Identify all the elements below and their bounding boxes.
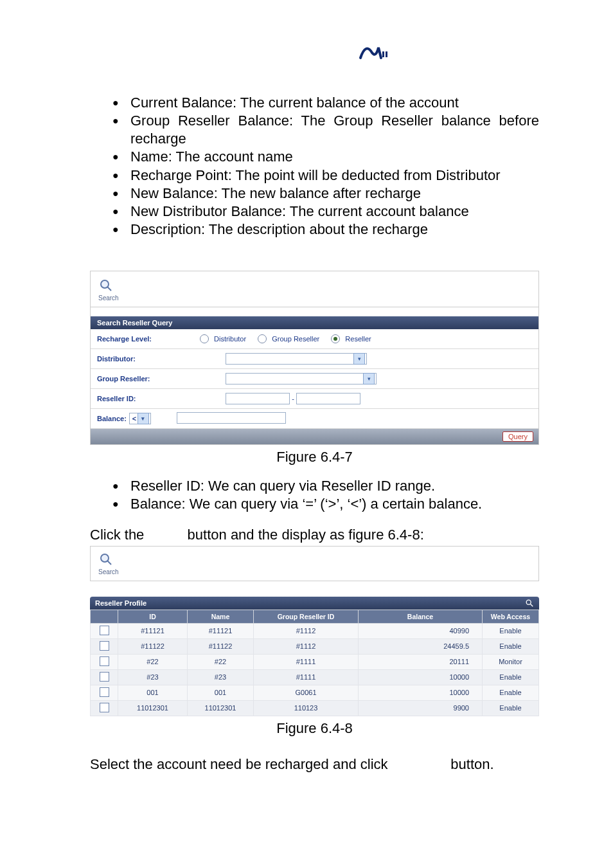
cell-id: #23 (118, 669, 188, 685)
list-item: Balance: We can query via ‘=’ (‘>’, ‘<’)… (112, 495, 539, 513)
group-reseller-label: Group Reseller: (97, 375, 200, 383)
cell-group-reseller-id: G0061 (254, 685, 359, 700)
table-row: #11121#11121#111240990Enable (91, 623, 539, 638)
radio-distributor[interactable] (200, 334, 209, 343)
list-item: Group Reseller Balance: The Group Resell… (112, 112, 539, 148)
final-line-post: button. (450, 756, 493, 772)
cell-name: 11012301 (188, 700, 254, 716)
svg-line-5 (107, 561, 111, 565)
balance-op-value: < (132, 415, 136, 422)
list-item: New Balance: The new balance after recha… (112, 185, 539, 203)
col-group-reseller-id: Group Reseller ID (254, 610, 359, 623)
magnify-icon[interactable] (525, 599, 534, 608)
cell-balance: 10000 (359, 685, 483, 700)
page-logo (206, 39, 539, 68)
radio-group-reseller-label: Group Reseller (272, 335, 319, 343)
search-icon[interactable] (98, 278, 114, 293)
row-checkbox[interactable] (100, 626, 109, 635)
list-item: Name: The account name (112, 148, 539, 166)
table-row: #23#23#111110000Enable (91, 669, 539, 685)
search-icon-label: Search (98, 568, 531, 575)
cell-group-reseller-id: #1111 (254, 654, 359, 669)
list-item: Current Balance: The current balance of … (112, 94, 539, 112)
row-checkbox[interactable] (100, 641, 109, 651)
click-line-post: button and the display as figure 6.4-8: (188, 527, 424, 543)
cell-id: #11121 (118, 623, 188, 638)
reseller-profile-panel: Reseller Profile ID Name Group Reseller … (90, 597, 539, 716)
cell-name: #22 (188, 654, 254, 669)
list-item: Reseller ID: We can query via Reseller I… (112, 477, 539, 495)
list-item: Recharge Point: The point will be deduct… (112, 167, 539, 185)
balance-op-select[interactable]: < ▾ (129, 413, 151, 424)
cell-balance: 24459.5 (359, 638, 483, 654)
reseller-id-to[interactable] (296, 393, 360, 404)
profile-title: Reseller Profile (95, 599, 147, 607)
table-row: #22#22#111120111Monitor (91, 654, 539, 669)
row-checkbox[interactable] (100, 672, 109, 682)
cell-id: 11012301 (118, 700, 188, 716)
query-button[interactable]: Query (502, 431, 533, 442)
cell-balance: 10000 (359, 669, 483, 685)
radio-distributor-label: Distributor (214, 335, 246, 343)
cell-name: #11121 (188, 623, 254, 638)
table-row: 001001G006110000Enable (91, 685, 539, 700)
balance-value-input[interactable] (177, 412, 286, 424)
cell-web-access: Enable (483, 638, 539, 654)
definitions-list-top: Current Balance: The current balance of … (90, 94, 539, 239)
range-dash: - (290, 395, 296, 402)
cell-web-access: Enable (483, 669, 539, 685)
col-name: Name (188, 610, 254, 623)
cell-balance: 20111 (359, 654, 483, 669)
cell-group-reseller-id: #1111 (254, 669, 359, 685)
radio-reseller[interactable] (331, 334, 340, 343)
reseller-id-from[interactable] (226, 393, 290, 404)
radio-reseller-label: Reseller (345, 335, 371, 343)
click-line-pre: Click the (90, 527, 144, 543)
col-web-access: Web Access (483, 610, 539, 623)
search-reseller-panel: Search Search Reseller Query Recharge Le… (90, 271, 539, 445)
col-check (91, 610, 118, 623)
cell-web-access: Enable (483, 623, 539, 638)
cell-web-access: Monitor (483, 654, 539, 669)
chevron-down-icon: ▾ (138, 413, 149, 424)
recharge-level-label: Recharge Level: (97, 335, 200, 343)
list-item: Description: The description about the r… (112, 221, 539, 239)
radio-group-reseller[interactable] (258, 334, 267, 343)
search-icon[interactable] (98, 552, 114, 567)
cell-name: #11122 (188, 638, 254, 654)
figure-caption-647: Figure 6.4-7 (90, 449, 539, 466)
search-icon-label: Search (98, 294, 531, 302)
cell-group-reseller-id: 110123 (254, 700, 359, 716)
figure-caption-648: Figure 6.4-8 (90, 720, 539, 737)
table-row: #11122#11122#111224459.5Enable (91, 638, 539, 654)
reseller-id-label: Reseller ID: (97, 395, 200, 402)
table-row: 11012301110123011101239900Enable (91, 700, 539, 716)
chevron-down-icon: ▾ (353, 353, 365, 365)
cell-web-access: Enable (483, 685, 539, 700)
search-box-648: Search (90, 546, 539, 581)
row-checkbox[interactable] (100, 687, 109, 697)
svg-line-3 (107, 287, 111, 291)
list-item: New Distributor Balance: The current acc… (112, 203, 539, 221)
reseller-profile-table: ID Name Group Reseller ID Balance Web Ac… (90, 610, 539, 716)
svg-point-6 (526, 600, 531, 604)
svg-line-7 (530, 604, 533, 606)
chevron-down-icon: ▾ (363, 373, 375, 384)
row-checkbox[interactable] (100, 703, 109, 712)
distributor-select[interactable]: ▾ (226, 353, 367, 365)
cell-balance: 40990 (359, 623, 483, 638)
definitions-list-mid: Reseller ID: We can query via Reseller I… (90, 477, 539, 513)
svg-rect-0 (382, 51, 384, 57)
col-id: ID (118, 610, 188, 623)
cell-id: #22 (118, 654, 188, 669)
row-checkbox[interactable] (100, 656, 109, 666)
cell-id: 001 (118, 685, 188, 700)
group-reseller-select[interactable]: ▾ (226, 373, 377, 384)
balance-label: Balance: (97, 415, 127, 422)
svg-rect-1 (386, 51, 387, 57)
col-balance: Balance (359, 610, 483, 623)
final-line-pre: Select the account need be recharged and… (90, 756, 388, 772)
cell-id: #11122 (118, 638, 188, 654)
cell-group-reseller-id: #1112 (254, 623, 359, 638)
cell-group-reseller-id: #1112 (254, 638, 359, 654)
